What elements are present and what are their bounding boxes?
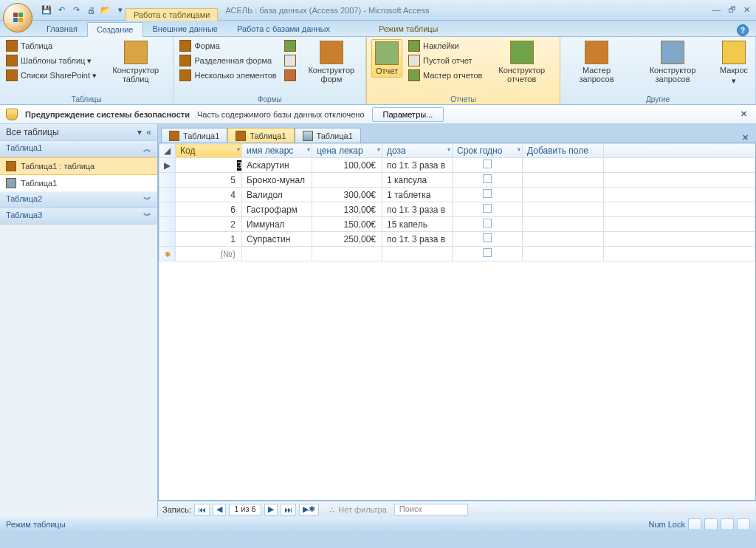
report-button[interactable]: Отчет [371,39,402,78]
cell-price[interactable]: 150,00€ [312,217,382,232]
cell-price[interactable] [312,173,382,188]
cell-name[interactable]: Гастрофарм [242,202,312,217]
cell-name[interactable]: Иммунал [242,217,312,232]
table-row[interactable]: 2 Иммунал 150,00€ 15 капель [159,217,755,232]
last-record-button[interactable]: ⏭ [281,504,296,516]
row-selector-new[interactable] [159,247,176,261]
new-table-button[interactable]: Таблица [4,39,98,52]
col-dose[interactable]: доза▾ [382,144,453,158]
nav-item-table1-query[interactable]: Таблица1 [0,175,157,192]
nav-group-table1[interactable]: Таблица1︽ [0,141,157,157]
row-selector[interactable] [159,202,176,217]
cell-dose[interactable]: 1 капсула [382,173,453,188]
form-designer-button[interactable]: Конструктор форм [302,39,361,85]
record-counter[interactable]: 1 из 6 [229,504,261,516]
qat-customize-icon[interactable]: ▾ [115,5,126,16]
tab-external-data[interactable]: Внешние данные [143,21,227,36]
nav-dropdown-icon[interactable]: ▾ [137,127,142,137]
form-extra3[interactable] [283,69,298,82]
save-icon[interactable]: 💾 [41,5,52,16]
nav-collapse-icon[interactable]: « [146,127,151,137]
cell-dose[interactable]: по 1т. 3 раза в [382,232,453,247]
cell-price[interactable]: 300,00€ [312,188,382,202]
cell-expiry[interactable] [453,202,523,217]
col-expiry[interactable]: Срок годно▾ [453,144,523,158]
nav-header[interactable]: Все таблицы ▾« [0,124,157,141]
new-record-button[interactable]: ▶✱ [299,504,319,516]
cell-id[interactable]: 5 [176,173,242,188]
restore-button[interactable]: 🗗 [728,5,736,15]
macro-button[interactable]: Макрос▾ [717,39,751,86]
view-pivotchart-button[interactable] [721,518,734,530]
select-all-corner[interactable]: ◢ [159,144,176,158]
prev-record-button[interactable]: ◀ [213,504,226,516]
first-record-button[interactable]: ⏮ [194,504,210,516]
cell-price[interactable]: 100,00€ [312,158,382,173]
sharepoint-lists-button[interactable]: Списки SharePoint ▾ [4,69,98,82]
query-designer-button[interactable]: Конструктор запросов [633,39,712,85]
table-row[interactable]: 5 Бронхо-мунал 1 капсула [159,173,755,188]
report-designer-button[interactable]: Конструктор отчетов [488,39,555,85]
print-icon[interactable]: 🖨 [86,5,96,16]
view-pivottable-button[interactable] [704,518,718,530]
cell-expiry[interactable] [453,173,523,188]
table-templates-button[interactable]: Шаблоны таблиц ▾ [4,54,98,67]
multiple-items-button[interactable]: Несколько элементов [178,69,278,82]
cell-add[interactable] [523,202,604,217]
cell-expiry[interactable] [453,232,523,247]
table-designer-button[interactable]: Конструктор таблиц [103,39,168,85]
redo-icon[interactable]: ↷ [71,5,81,16]
cell-expiry[interactable] [453,158,523,173]
col-id[interactable]: Код▾ [176,144,242,158]
cell-name[interactable]: Бронхо-мунал [242,173,312,188]
undo-icon[interactable]: ↶ [56,5,66,16]
cell-dose[interactable]: по 1т. 3 раза в [382,158,453,173]
office-button[interactable] [3,3,32,32]
document-close-button[interactable]: ✕ [738,133,753,143]
tab-home[interactable]: Главная [37,21,87,36]
row-selector[interactable] [159,173,176,188]
cell-expiry[interactable] [453,217,523,232]
cell-expiry[interactable] [453,188,523,202]
table-row[interactable]: 1 Супрастин 250,00€ по 1т. 3 раза в [159,232,755,247]
view-design-button[interactable] [737,518,750,530]
table-row[interactable]: 4 Валидол 300,00€ 1 таблетка [159,188,755,202]
form-extra1[interactable] [283,39,298,52]
cell-id[interactable]: 3 [176,158,242,173]
new-record-row[interactable]: (№) [159,247,755,261]
open-icon[interactable]: 📂 [100,5,111,16]
cell-name[interactable]: Супрастин [242,232,312,247]
cell-id[interactable]: 6 [176,202,242,217]
security-options-button[interactable]: Параметры... [372,107,444,122]
cell-id[interactable]: 1 [176,232,242,247]
row-selector[interactable]: ▶ [159,158,176,173]
search-box[interactable]: Поиск [394,504,468,516]
blank-report-button[interactable]: Пустой отчет [407,54,484,67]
doc-tab-2[interactable]: Таблица1 [227,128,294,143]
cell-price[interactable]: 250,00€ [312,232,382,247]
cell-add[interactable] [523,188,604,202]
row-selector[interactable] [159,232,176,247]
tab-database-tools[interactable]: Работа с базами данных [227,21,340,36]
form-extra2[interactable] [283,54,298,67]
close-button[interactable]: ✕ [743,5,750,15]
cell-add[interactable] [523,173,604,188]
tab-create[interactable]: Создание [87,22,143,37]
report-wizard-button[interactable]: Мастер отчетов [407,69,484,82]
doc-tab-3[interactable]: Таблица1 [295,128,361,143]
cell-name[interactable]: Валидол [242,188,312,202]
nav-group-table3[interactable]: Таблица3︾ [0,208,157,225]
cell-dose[interactable]: по 1т. 3 раза в [382,202,453,217]
col-name[interactable]: имя лекарс▾ [242,144,312,158]
row-selector[interactable] [159,217,176,232]
doc-tab-1[interactable]: Таблица1 [161,128,227,143]
next-record-button[interactable]: ▶ [264,504,278,516]
view-datasheet-button[interactable] [688,518,701,530]
cell-price[interactable]: 130,00€ [312,202,382,217]
cell-dose[interactable]: 15 капель [382,217,453,232]
split-form-button[interactable]: Разделенная форма [178,54,278,67]
row-selector[interactable] [159,188,176,202]
cell-add[interactable] [523,217,604,232]
cell-add[interactable] [523,158,604,173]
cell-id[interactable]: 4 [176,188,242,202]
